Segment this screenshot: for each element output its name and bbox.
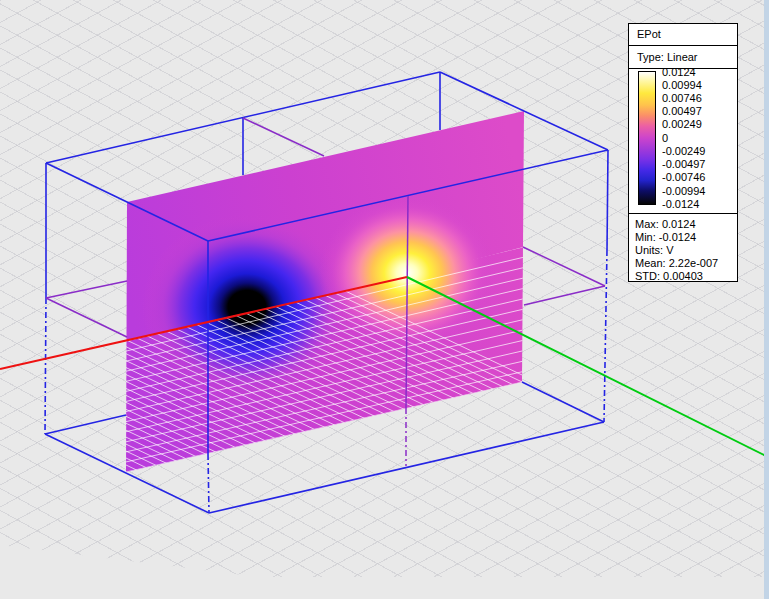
box-edge-vertical-right-upper bbox=[607, 150, 608, 250]
mesh-grid-line bbox=[0, 326, 140, 479]
colorbar-tick-label: 0.00497 bbox=[662, 105, 702, 118]
box-edge-vertical-left-lower-hidden bbox=[45, 298, 46, 434]
legend-stat-line: Mean: 2.22e-007 bbox=[635, 257, 737, 270]
legend-stat-line: STD: 0.00403 bbox=[635, 270, 737, 283]
colorbar-tick-label: 0.00994 bbox=[662, 79, 702, 92]
hslice-edge-back-right bbox=[523, 247, 605, 286]
colorbar-tick-label: 0.00746 bbox=[662, 92, 702, 105]
colorbar-tick-label: 0.0124 bbox=[662, 66, 696, 79]
legend-panel: EPot Type: Linear 0.01240.009940.007460.… bbox=[628, 23, 738, 282]
box-edge-vertical-right-lower-hidden bbox=[604, 250, 607, 422]
colorbar-tick-label: -0.00497 bbox=[662, 158, 705, 171]
box-edge-bottom-back-left bbox=[45, 415, 126, 434]
colorbar-gradient bbox=[638, 71, 656, 205]
colorbar-tick-label: -0.00249 bbox=[662, 145, 705, 158]
hslice-edge-front-left bbox=[46, 298, 127, 337]
legend-stat-line: Units: V bbox=[635, 244, 737, 257]
window-edge-gutter bbox=[769, 0, 773, 599]
vslice-edge-top-face bbox=[243, 118, 324, 156]
box-edge-vertical-front-lower-hidden bbox=[208, 454, 209, 513]
hslice-edge-back-left bbox=[46, 281, 127, 298]
legend-colorbar-section: 0.01240.009940.007460.004970.002490-0.00… bbox=[629, 69, 737, 214]
colorbar-tick-label: -0.0124 bbox=[662, 198, 699, 211]
legend-stat-line: Min: -0.0124 bbox=[635, 231, 737, 244]
legend-statistics: Max: 0.0124Min: -0.0124Units: VMean: 2.2… bbox=[629, 214, 737, 283]
colorbar-tick-label: -0.00746 bbox=[662, 171, 705, 184]
colorbar-tick-label: 0 bbox=[662, 132, 668, 145]
legend-stat-line: Max: 0.0124 bbox=[635, 218, 737, 231]
colorbar-tick-label: -0.00994 bbox=[662, 185, 705, 198]
viewport-window: EPot Type: Linear 0.01240.009940.007460.… bbox=[0, 0, 773, 599]
legend-title: EPot bbox=[629, 24, 737, 46]
hslice-edge-front-right bbox=[524, 286, 605, 305]
colorbar-tick-label: 0.00249 bbox=[662, 118, 702, 131]
box-edge-bottom-back-right bbox=[522, 382, 604, 422]
